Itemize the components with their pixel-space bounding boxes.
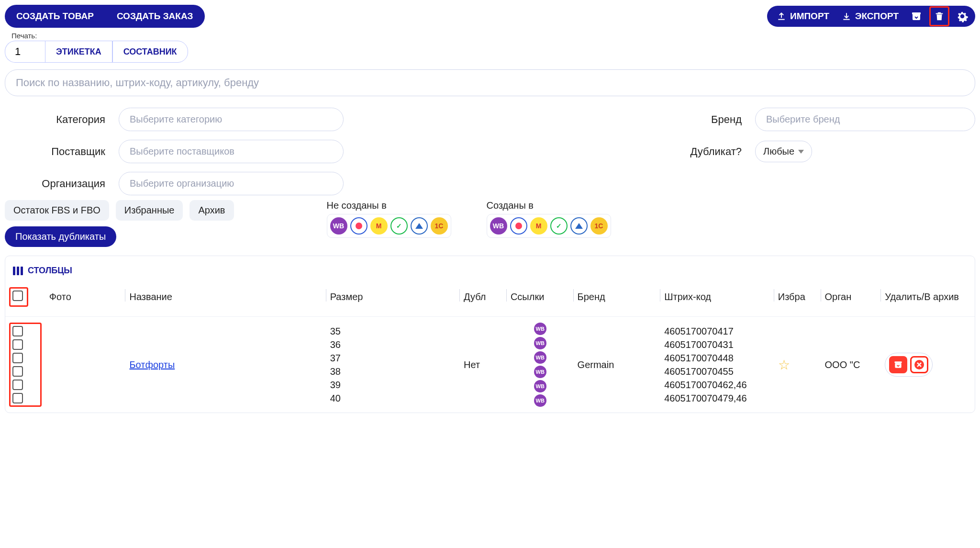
wb-icon[interactable]: WB [330, 217, 347, 235]
col-org: Орган [821, 280, 881, 317]
duplicate-select[interactable]: Любые [755, 141, 812, 162]
print-etiketka-button[interactable]: ЭТИКЕТКА [45, 41, 112, 63]
favorite-star-icon[interactable]: ☆ [778, 358, 790, 372]
columns-button[interactable]: СТОЛБЦЫ [5, 261, 80, 280]
gear-icon [956, 10, 969, 22]
wb-badge[interactable]: WB [534, 337, 546, 349]
row-delete-button[interactable] [910, 356, 928, 373]
col-delete: Удалить/В архив [881, 280, 975, 317]
col-links: Ссылки [507, 280, 574, 317]
download-icon [842, 11, 851, 21]
wb-badge[interactable]: WB [534, 380, 546, 392]
created-marketplaces: WB M ✓ 1C [487, 214, 611, 238]
supplier-select[interactable]: Выберите поставщиков [119, 140, 344, 163]
svg-rect-3 [895, 361, 902, 363]
print-qty-input[interactable] [5, 41, 45, 63]
table-row: Ботфорты 35 36 37 38 39 40 Нет WB WB WB … [5, 317, 975, 413]
wb-badge[interactable]: WB [534, 394, 546, 407]
cell-brand: Germain [574, 317, 661, 413]
settings-top-button[interactable] [952, 6, 972, 26]
trash-icon [934, 11, 945, 22]
row-checkbox[interactable] [12, 326, 23, 336]
sber-icon-2[interactable]: ✓ [550, 217, 568, 235]
archive-icon [893, 360, 903, 369]
col-name: Название [125, 280, 326, 317]
sber-icon[interactable]: ✓ [390, 217, 408, 235]
archive-box-icon [911, 11, 922, 22]
avito-icon-2[interactable] [570, 217, 588, 235]
not-created-marketplaces: WB M ✓ 1C [327, 214, 451, 238]
print-sostavnik-button[interactable]: СОСТАВНИК [112, 41, 188, 63]
org-label: Организация [5, 178, 115, 190]
yandex-market-icon[interactable]: M [370, 217, 388, 235]
ozon-icon[interactable] [350, 217, 368, 235]
cell-links: WB WB WB WB WB WB [511, 323, 570, 407]
top-right-actions: ИМПОРТ ЭКСПОРТ [767, 6, 975, 27]
columns-icon [13, 267, 23, 275]
onec-icon-2[interactable]: 1C [590, 217, 608, 235]
org-select[interactable]: Выберите организацию [119, 172, 344, 195]
create-product-button[interactable]: СОЗДАТЬ ТОВАР [5, 5, 105, 28]
row-actions [885, 353, 933, 377]
cell-dup: Нет [460, 317, 507, 413]
delete-top-button[interactable] [929, 6, 949, 26]
ozon-icon-2[interactable] [510, 217, 527, 235]
upload-icon [777, 11, 786, 21]
col-photo: Фото [45, 280, 126, 317]
export-button[interactable]: ЭКСПОРТ [837, 6, 903, 27]
row-checkbox[interactable] [12, 380, 23, 390]
col-barcode: Штрих-код [660, 280, 774, 317]
row-checkbox[interactable] [12, 366, 23, 377]
duplicate-label: Дубликат? [636, 145, 751, 158]
row-checkbox[interactable] [12, 393, 23, 403]
brand-select[interactable]: Выберите бренд [755, 108, 975, 131]
yandex-market-icon-2[interactable]: M [530, 217, 547, 235]
svg-rect-1 [912, 12, 921, 14]
col-fav: Избра [774, 280, 821, 317]
avito-icon[interactable] [411, 217, 428, 235]
onec-icon[interactable]: 1C [431, 217, 448, 235]
category-label: Категория [5, 113, 115, 126]
primary-actions-group: СОЗДАТЬ ТОВАР СОЗДАТЬ ЗАКАЗ [5, 5, 205, 28]
col-size: Размер [326, 280, 460, 317]
archive-top-button[interactable] [906, 6, 926, 26]
wb-badge[interactable]: WB [534, 323, 546, 335]
chevron-down-icon [798, 150, 804, 154]
products-table: Фото Название Размер Дубл Ссылки Бренд Ш… [5, 280, 975, 413]
show-duplicates-button[interactable]: Показать дубликаты [5, 226, 116, 247]
wb-icon-2[interactable]: WB [490, 217, 507, 235]
cell-photo [45, 317, 126, 413]
chip-archive[interactable]: Архив [189, 200, 234, 221]
search-input[interactable] [5, 69, 975, 96]
brand-label: Бренд [636, 113, 751, 126]
close-circle-icon [913, 359, 925, 370]
svg-rect-2 [895, 363, 902, 368]
cell-org: ООО "С [821, 317, 881, 413]
wb-badge[interactable]: WB [534, 351, 546, 364]
row-checkbox[interactable] [12, 353, 23, 363]
cell-barcodes: 4605170070417 4605170070431 460517007044… [660, 317, 774, 413]
import-button[interactable]: ИМПОРТ [772, 6, 834, 27]
created-label: Созданы в [487, 200, 611, 211]
supplier-label: Поставщик [5, 145, 115, 158]
not-created-label: Не созданы в [327, 200, 451, 211]
row-archive-button[interactable] [889, 356, 907, 373]
chip-remain[interactable]: Остаток FBS и FBO [5, 200, 109, 221]
row-checkbox[interactable] [12, 339, 23, 350]
col-dup: Дубл [460, 280, 507, 317]
select-all-checkbox[interactable] [12, 291, 23, 301]
create-order-button[interactable]: СОЗДАТЬ ЗАКАЗ [105, 5, 205, 28]
print-label: Печать: [11, 32, 975, 40]
product-name-link[interactable]: Ботфорты [129, 359, 175, 370]
category-select[interactable]: Выберите категорию [119, 108, 344, 131]
wb-badge[interactable]: WB [534, 366, 546, 378]
svg-rect-0 [913, 14, 920, 20]
cell-sizes: 35 36 37 38 39 40 [326, 317, 460, 413]
chip-favorites[interactable]: Избранные [116, 200, 183, 221]
col-brand: Бренд [574, 280, 661, 317]
